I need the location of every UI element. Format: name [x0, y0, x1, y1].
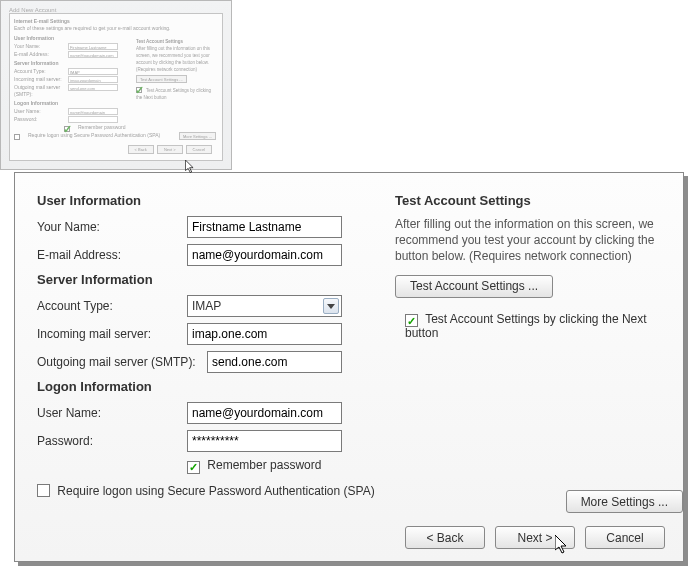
incoming-server-label: Incoming mail server: [37, 327, 187, 341]
email-address-input[interactable] [187, 244, 342, 266]
spa-label: Require logon using Secure Password Auth… [57, 484, 374, 498]
background-thumbnail: Add New Account Internet E-mail Settings… [0, 0, 232, 170]
email-address-label: E-mail Address: [37, 248, 187, 262]
right-column: Test Account Settings After filling out … [395, 187, 665, 504]
test-account-settings-button[interactable]: Test Account Settings ... [395, 275, 553, 298]
server-information-heading: Server Information [37, 272, 377, 287]
more-settings-button[interactable]: More Settings ... [566, 490, 683, 513]
your-name-label: Your Name: [37, 220, 187, 234]
logon-information-heading: Logon Information [37, 379, 377, 394]
password-input[interactable] [187, 430, 342, 452]
remember-password-checkbox[interactable] [187, 461, 200, 474]
test-account-description: After filling out the information on thi… [395, 216, 665, 265]
account-type-label: Account Type: [37, 299, 187, 313]
thumb-logon-info-heading: Logon Information [14, 100, 218, 107]
account-type-value: IMAP [192, 299, 221, 313]
incoming-server-input[interactable] [187, 323, 342, 345]
email-settings-dialog: User Information Your Name: E-mail Addre… [14, 172, 684, 562]
thumb-subtitle-1: Internet E-mail Settings [14, 18, 218, 25]
next-button[interactable]: Next > [495, 526, 575, 549]
outgoing-server-label: Outgoing mail server (SMTP): [37, 355, 207, 369]
remember-password-label: Remember password [207, 458, 321, 472]
outgoing-server-input[interactable] [207, 351, 342, 373]
spa-checkbox[interactable] [37, 484, 50, 497]
account-type-select[interactable]: IMAP [187, 295, 342, 317]
user-name-label: User Name: [37, 406, 187, 420]
password-label: Password: [37, 434, 187, 448]
test-on-next-checkbox[interactable] [405, 314, 418, 327]
user-name-input[interactable] [187, 402, 342, 424]
user-information-heading: User Information [37, 193, 377, 208]
test-on-next-label: Test Account Settings by clicking the Ne… [405, 312, 647, 340]
back-button[interactable]: < Back [405, 526, 485, 549]
chevron-down-icon [323, 298, 339, 314]
test-account-heading: Test Account Settings [395, 193, 665, 208]
dialog-button-row: < Back Next > Cancel [405, 526, 665, 549]
your-name-input[interactable] [187, 216, 342, 238]
left-column: User Information Your Name: E-mail Addre… [37, 187, 377, 504]
thumb-subtitle-2: Each of these settings are required to g… [14, 25, 218, 32]
cancel-button[interactable]: Cancel [585, 526, 665, 549]
